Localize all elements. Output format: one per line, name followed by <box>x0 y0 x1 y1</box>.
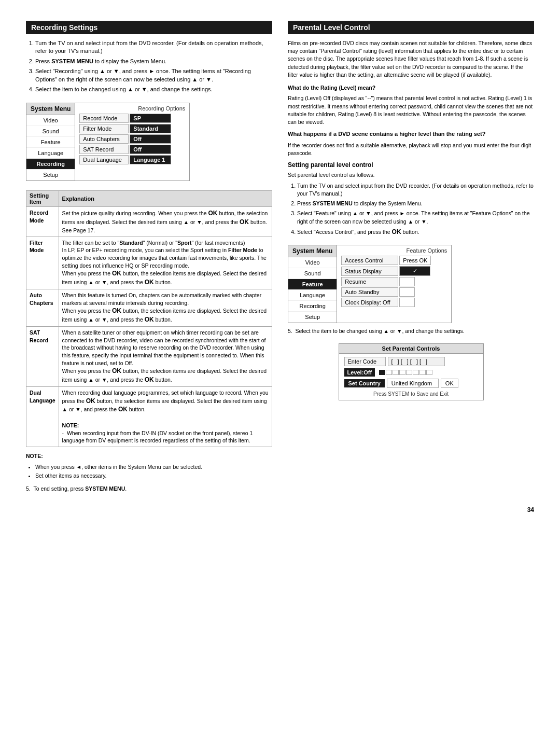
parental-steps: Turn the TV on and select input from the… <box>297 182 534 237</box>
td-record-mode-desc: Set the picture quality during recording… <box>59 207 272 237</box>
td-sat-record-desc: When a satellite tuner or other equipmen… <box>59 326 272 386</box>
feature-menu-recording[interactable]: Recording <box>288 301 337 312</box>
feature-auto-standby: Auto Standby <box>341 287 447 297</box>
feature-status-display: Status Display ✓ <box>341 266 447 276</box>
feature-menu-sound[interactable]: Sound <box>288 268 337 279</box>
left-column: Recording Settings Turn the TV on and se… <box>26 21 272 496</box>
menu-item-sound[interactable]: Sound <box>26 126 75 137</box>
parental-box-content: Enter Code [ ][ ][ ][ ] Level:Off <box>339 354 483 400</box>
level-row: Level:Off <box>344 368 478 377</box>
menu-item-recording[interactable]: Recording <box>26 159 75 170</box>
option-auto-chapters-value: Off <box>130 134 171 144</box>
parental-intro-text: Films on pre-recorded DVD discs may cont… <box>288 39 534 79</box>
resume-value <box>399 277 415 286</box>
level-bar-5 <box>406 370 412 375</box>
system-menu-box: System Menu Video Sound Feature Language… <box>26 103 190 181</box>
country-row: Set Country United Kingdom OK <box>344 379 478 388</box>
option-sat-record-label: SAT Record <box>79 145 129 154</box>
option-filter-mode: Filter Mode Standard <box>79 124 185 133</box>
level-bar-7 <box>419 370 426 375</box>
status-display-value: ✓ <box>399 266 430 276</box>
feature-menu-right: Feature Options Access Control Press OK … <box>337 245 451 323</box>
access-control-value: Press OK <box>399 256 431 265</box>
td-sat-record-label: SATRecord <box>26 326 59 386</box>
what-mean-answer: Rating (Level) Off (displayed as "--") m… <box>288 94 534 126</box>
left-step-3: Select "Recording" using ▲ or ▼, and pre… <box>35 67 272 84</box>
resume-label: Resume <box>341 277 398 286</box>
feature-menu-video[interactable]: Video <box>288 257 337 268</box>
feature-access-control: Access Control Press OK <box>341 256 447 265</box>
feature-menu-language[interactable]: Language <box>288 290 337 301</box>
option-dual-language-value: Language 1 <box>130 155 171 164</box>
feature-menu-setup[interactable]: Setup <box>288 312 337 323</box>
menu-item-setup[interactable]: Setup <box>26 170 75 180</box>
enter-code-row: Enter Code [ ][ ][ ][ ] <box>344 357 478 366</box>
feature-clock-display: Clock Display: Off <box>341 298 447 307</box>
feature-menu-feature[interactable]: Feature <box>288 279 337 290</box>
table-row-record-mode: RecordMode Set the picture quality durin… <box>26 207 272 237</box>
menu-title: System Menu <box>26 103 75 115</box>
feature-menu-box: System Menu Video Sound Feature Language… <box>288 245 452 323</box>
option-record-mode: Record Mode SP <box>79 114 185 123</box>
higher-level-question: What happens if a DVD scene contains a h… <box>288 130 534 138</box>
higher-level-answer: If the recorder does not find a suitable… <box>288 142 534 157</box>
parental-step-3: Select "Feature" using ▲ or ▼, and press… <box>297 210 534 225</box>
feature-menu-title: System Menu <box>288 245 337 257</box>
right-column: Parental Level Control Films on pre-reco… <box>288 21 534 496</box>
left-step-4: Select the item to be changed using ▲ or… <box>35 86 272 93</box>
td-auto-chapters-desc: When this feature is turned On, chapters… <box>59 289 272 326</box>
menu-right-panel: Recording Options Record Mode SP Filter … <box>75 103 189 180</box>
menu-item-language[interactable]: Language <box>26 148 75 159</box>
level-bar-8 <box>426 370 432 375</box>
option-record-mode-value: SP <box>130 114 171 123</box>
clock-display-value <box>399 298 415 307</box>
option-sat-record: SAT Record Off <box>79 145 185 154</box>
parental-step-4: Select "Access Control", and press the O… <box>297 228 534 237</box>
set-country-button[interactable]: Set Country <box>344 379 385 387</box>
right-section-title: Parental Level Control <box>288 21 534 34</box>
status-display-label: Status Display <box>341 267 398 276</box>
what-do-section: What do the Rating (Level) mean? Rating … <box>288 84 534 126</box>
bottom-note-1: When you press ◄, other items in the Sys… <box>35 463 272 471</box>
sub-section-title: Setting parental level control <box>288 161 534 169</box>
level-bar-1 <box>379 370 385 375</box>
parental-box-title: Set Parental Controls <box>339 344 483 354</box>
left-section-title: Recording Settings <box>26 21 272 34</box>
menu-left-panel: System Menu Video Sound Feature Language… <box>26 103 75 180</box>
higher-level-section: What happens if a DVD scene contains a h… <box>288 130 534 157</box>
auto-standby-value <box>399 287 415 297</box>
press-system-text: Press SYSTEM to Save and Exit <box>344 391 478 397</box>
enter-code-label: Enter Code <box>344 357 386 366</box>
settings-table: SettingItem Explanation RecordMode Set t… <box>26 190 272 447</box>
option-filter-mode-label: Filter Mode <box>79 124 129 133</box>
what-mean-question: What do the Rating (Level) mean? <box>288 84 534 92</box>
menu-item-feature[interactable]: Feature <box>26 137 75 148</box>
level-bar-2 <box>386 370 392 375</box>
option-filter-mode-value: Standard <box>130 124 171 133</box>
code-input-display: [ ][ ][ ][ ] <box>388 357 445 366</box>
level-bar-4 <box>399 370 405 375</box>
level-bar-3 <box>393 370 399 375</box>
option-sat-record-value: Off <box>130 145 171 154</box>
feature-options-title: Feature Options <box>341 247 447 254</box>
bottom-note-2: Set other items as necessary. <box>35 472 272 480</box>
bottom-notes: NOTE: When you press ◄, other items in t… <box>26 452 272 480</box>
option-record-mode-label: Record Mode <box>79 114 129 123</box>
level-bar-container <box>379 370 478 375</box>
parental-step5: 5. Select the item to be changed using ▲… <box>288 327 534 335</box>
table-row-auto-chapters: AutoChapters When this feature is turned… <box>26 289 272 326</box>
th-explanation: Explanation <box>59 191 272 207</box>
th-setting: SettingItem <box>26 191 59 207</box>
td-auto-chapters-label: AutoChapters <box>26 289 59 326</box>
menu-item-video[interactable]: Video <box>26 115 75 126</box>
parental-step-1: Turn the TV on and select input from the… <box>297 182 534 198</box>
page-number: 34 <box>26 506 534 513</box>
feature-resume: Resume <box>341 277 447 286</box>
clock-display-label: Clock Display: Off <box>341 298 398 307</box>
parental-step-2: Press SYSTEM MENU to display the System … <box>297 200 534 207</box>
final-step: 5. To end setting, press SYSTEM MENU. <box>26 485 272 493</box>
ok-button[interactable]: OK <box>441 379 458 388</box>
td-filter-mode-label: FilterMode <box>26 237 59 289</box>
level-off-button[interactable]: Level:Off <box>344 368 375 377</box>
table-row-sat-record: SATRecord When a satellite tuner or othe… <box>26 326 272 386</box>
